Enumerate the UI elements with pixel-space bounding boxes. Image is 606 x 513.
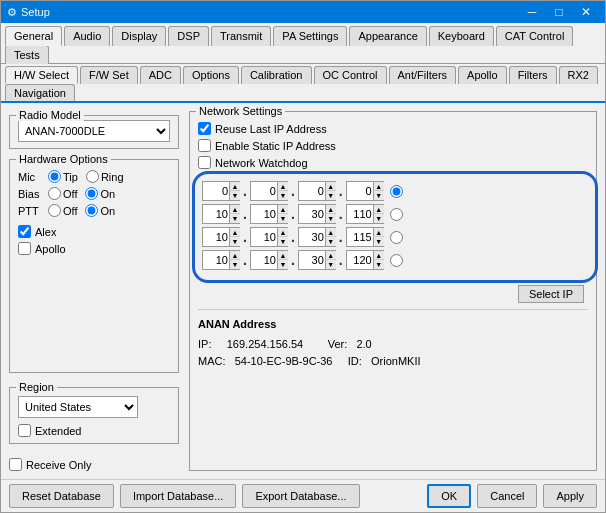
ip-input-2-3[interactable] bbox=[347, 231, 373, 243]
tab-tests[interactable]: Tests bbox=[5, 45, 49, 64]
spin-up-1-1[interactable]: ▲ bbox=[277, 205, 288, 214]
bias-off-radio[interactable] bbox=[48, 187, 61, 200]
reset-database-button[interactable]: Reset Database bbox=[9, 484, 114, 508]
spin-dn-0-3[interactable]: ▼ bbox=[373, 191, 384, 200]
spin-up-0-2[interactable]: ▲ bbox=[325, 182, 336, 191]
ip-input-1-2[interactable] bbox=[299, 208, 325, 220]
ip-field-1-1[interactable]: ▲▼ bbox=[250, 204, 288, 224]
ip-input-2-0[interactable] bbox=[203, 231, 229, 243]
ip-input-0-1[interactable] bbox=[251, 185, 277, 197]
spin-up-2-1[interactable]: ▲ bbox=[277, 228, 288, 237]
static-ip-checkbox[interactable] bbox=[198, 139, 211, 152]
bias-on-radio[interactable] bbox=[85, 187, 98, 200]
maximize-button[interactable]: □ bbox=[546, 3, 572, 21]
close-button[interactable]: ✕ bbox=[573, 3, 599, 21]
subtab-filters[interactable]: Filters bbox=[509, 66, 557, 84]
ip-field-2-3[interactable]: ▲▼ bbox=[346, 227, 384, 247]
tab-cat-control[interactable]: CAT Control bbox=[496, 26, 574, 46]
subtab-ant-filters[interactable]: Ant/Filters bbox=[389, 66, 457, 84]
ip-field-3-3[interactable]: ▲▼ bbox=[346, 250, 384, 270]
ip-field-0-1[interactable]: ▲▼ bbox=[250, 181, 288, 201]
spin-dn-0-0[interactable]: ▼ bbox=[229, 191, 240, 200]
ok-button[interactable]: OK bbox=[427, 484, 471, 508]
ptt-on-radio[interactable] bbox=[85, 204, 98, 217]
spin-dn-3-3[interactable]: ▼ bbox=[373, 260, 384, 269]
ip-field-0-0[interactable]: ▲▼ bbox=[202, 181, 240, 201]
reuse-ip-checkbox[interactable] bbox=[198, 122, 211, 135]
ip-row-radio-2[interactable] bbox=[390, 231, 403, 244]
ip-field-3-2[interactable]: ▲▼ bbox=[298, 250, 336, 270]
region-select[interactable]: United States Europe Japan bbox=[18, 396, 138, 418]
alex-checkbox[interactable] bbox=[18, 225, 31, 238]
spin-dn-1-0[interactable]: ▼ bbox=[229, 214, 240, 223]
subtab-fw-set[interactable]: F/W Set bbox=[80, 66, 138, 84]
subtab-options[interactable]: Options bbox=[183, 66, 239, 84]
spin-up-3-1[interactable]: ▲ bbox=[277, 251, 288, 260]
tab-keyboard[interactable]: Keyboard bbox=[429, 26, 494, 46]
spin-up-1-0[interactable]: ▲ bbox=[229, 205, 240, 214]
minimize-button[interactable]: ─ bbox=[519, 3, 545, 21]
ip-field-3-0[interactable]: ▲▼ bbox=[202, 250, 240, 270]
ip-input-0-0[interactable] bbox=[203, 185, 229, 197]
apollo-checkbox[interactable] bbox=[18, 242, 31, 255]
spin-up-0-3[interactable]: ▲ bbox=[373, 182, 384, 191]
mic-ring-radio[interactable] bbox=[86, 170, 99, 183]
spin-dn-1-1[interactable]: ▼ bbox=[277, 214, 288, 223]
cancel-button[interactable]: Cancel bbox=[477, 484, 537, 508]
tab-audio[interactable]: Audio bbox=[64, 26, 110, 46]
ip-input-0-3[interactable] bbox=[347, 185, 373, 197]
ip-field-0-3[interactable]: ▲▼ bbox=[346, 181, 384, 201]
ip-field-2-0[interactable]: ▲▼ bbox=[202, 227, 240, 247]
ip-row-radio-0[interactable] bbox=[390, 185, 403, 198]
radio-model-select[interactable]: ANAN-7000DLE ANAN-100 ANAN-200D bbox=[18, 120, 170, 142]
spin-up-3-0[interactable]: ▲ bbox=[229, 251, 240, 260]
mic-tip-radio[interactable] bbox=[48, 170, 61, 183]
spin-dn-2-3[interactable]: ▼ bbox=[373, 237, 384, 246]
spin-up-2-2[interactable]: ▲ bbox=[325, 228, 336, 237]
ptt-off-radio[interactable] bbox=[48, 204, 61, 217]
ip-input-3-3[interactable] bbox=[347, 254, 373, 266]
spin-dn-3-0[interactable]: ▼ bbox=[229, 260, 240, 269]
spin-dn-3-1[interactable]: ▼ bbox=[277, 260, 288, 269]
ip-input-1-3[interactable] bbox=[347, 208, 373, 220]
ip-input-1-1[interactable] bbox=[251, 208, 277, 220]
select-ip-button[interactable]: Select IP bbox=[518, 285, 584, 303]
tab-appearance[interactable]: Appearance bbox=[349, 26, 426, 46]
spin-dn-1-3[interactable]: ▼ bbox=[373, 214, 384, 223]
ip-field-3-1[interactable]: ▲▼ bbox=[250, 250, 288, 270]
ip-field-2-1[interactable]: ▲▼ bbox=[250, 227, 288, 247]
tab-transmit[interactable]: Transmit bbox=[211, 26, 271, 46]
spin-dn-3-2[interactable]: ▼ bbox=[325, 260, 336, 269]
subtab-apollo[interactable]: Apollo bbox=[458, 66, 507, 84]
subtab-oc-control[interactable]: OC Control bbox=[314, 66, 387, 84]
ip-row-radio-1[interactable] bbox=[390, 208, 403, 221]
spin-dn-2-1[interactable]: ▼ bbox=[277, 237, 288, 246]
ip-field-1-3[interactable]: ▲▼ bbox=[346, 204, 384, 224]
watchdog-checkbox[interactable] bbox=[198, 156, 211, 169]
ip-input-3-2[interactable] bbox=[299, 254, 325, 266]
extended-checkbox[interactable] bbox=[18, 424, 31, 437]
spin-up-0-0[interactable]: ▲ bbox=[229, 182, 240, 191]
apply-button[interactable]: Apply bbox=[543, 484, 597, 508]
ip-field-0-2[interactable]: ▲▼ bbox=[298, 181, 336, 201]
spin-up-3-3[interactable]: ▲ bbox=[373, 251, 384, 260]
spin-up-3-2[interactable]: ▲ bbox=[325, 251, 336, 260]
spin-dn-0-2[interactable]: ▼ bbox=[325, 191, 336, 200]
spin-up-2-3[interactable]: ▲ bbox=[373, 228, 384, 237]
spin-up-1-2[interactable]: ▲ bbox=[325, 205, 336, 214]
ip-field-1-0[interactable]: ▲▼ bbox=[202, 204, 240, 224]
ip-input-2-2[interactable] bbox=[299, 231, 325, 243]
ip-row-radio-3[interactable] bbox=[390, 254, 403, 267]
spin-dn-2-2[interactable]: ▼ bbox=[325, 237, 336, 246]
spin-up-2-0[interactable]: ▲ bbox=[229, 228, 240, 237]
ip-field-2-2[interactable]: ▲▼ bbox=[298, 227, 336, 247]
subtab-navigation[interactable]: Navigation bbox=[5, 84, 75, 101]
spin-dn-0-1[interactable]: ▼ bbox=[277, 191, 288, 200]
spin-up-0-1[interactable]: ▲ bbox=[277, 182, 288, 191]
ip-input-3-0[interactable] bbox=[203, 254, 229, 266]
ip-input-1-0[interactable] bbox=[203, 208, 229, 220]
subtab-adc[interactable]: ADC bbox=[140, 66, 181, 84]
tab-dsp[interactable]: DSP bbox=[168, 26, 209, 46]
ip-input-2-1[interactable] bbox=[251, 231, 277, 243]
subtab-hw-select[interactable]: H/W Select bbox=[5, 66, 78, 84]
